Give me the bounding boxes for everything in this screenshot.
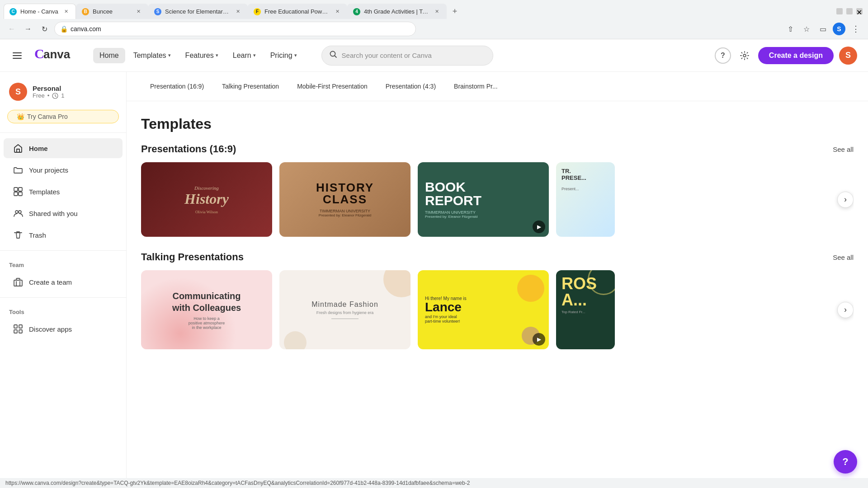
talking-presentations-title: Talking Presentations (141, 251, 244, 263)
sidebar-item-trash-label: Trash (29, 231, 46, 239)
window-controls: ✕ (836, 8, 868, 14)
presentations-16-9-see-all[interactable]: See all (833, 145, 854, 153)
sidebar-item-home[interactable]: Home (4, 138, 123, 158)
talking-presentations-section: Talking Presentations See all Communicat… (141, 251, 854, 349)
tab-close-canva[interactable]: ✕ (62, 8, 70, 16)
browser-menu-button[interactable]: ⋮ (849, 22, 863, 36)
pres-type-talking[interactable]: Talking Presentation (213, 79, 288, 94)
reader-mode-button[interactable]: ▭ (816, 23, 829, 35)
template-card-history-class[interactable]: HISTORYCLASS TIMMERMAN UNIVERSITY Presen… (279, 162, 410, 237)
templates-section: Templates Presentations (16:9) See all D… (127, 101, 868, 349)
pricing-chevron-icon: ▾ (294, 52, 297, 58)
lock-icon: 🔒 (60, 25, 68, 33)
templates-icon (13, 186, 24, 197)
tab-title-science: Science for Elementary: R... (165, 8, 230, 15)
pres-type-16-9[interactable]: Presentation (16:9) (141, 79, 213, 94)
create-design-button[interactable]: Create a design (758, 47, 834, 64)
template-card-partial[interactable]: TR.PRESE... Present... (556, 162, 615, 237)
sidebar-item-create-team[interactable]: Create a team (4, 272, 123, 292)
maximize-button[interactable] (846, 8, 853, 14)
search-bar[interactable]: Search your content or Canva (321, 46, 493, 66)
nav-features[interactable]: Features ▾ (179, 48, 225, 63)
help-button[interactable]: ? (715, 47, 731, 64)
tab-close-powerpoint[interactable]: ✕ (333, 8, 341, 16)
profile-button[interactable]: S (833, 23, 845, 35)
nav-pricing[interactable]: Pricing ▾ (264, 48, 303, 63)
reload-button[interactable]: ↻ (38, 23, 51, 35)
tab-canva[interactable]: C Home - Canva ✕ (4, 4, 76, 19)
sidebar-item-templates-label: Templates (29, 188, 60, 196)
svg-rect-8 (14, 192, 18, 196)
tab-title-canva: Home - Canva (20, 8, 58, 15)
forward-button[interactable]: → (22, 23, 34, 35)
template-card-mintmade[interactable]: Mintmade Fashion Fresh designs from hygi… (279, 270, 410, 349)
bookmark-button[interactable]: ☆ (800, 23, 813, 35)
tab-bar: C Home - Canva ✕ B Buncee ✕ S Science fo… (0, 0, 868, 19)
svg-rect-9 (19, 192, 22, 196)
tab-close-science[interactable]: ✕ (234, 8, 242, 16)
nav-learn[interactable]: Learn ▾ (226, 48, 262, 63)
share-button[interactable]: ⇧ (784, 23, 797, 35)
svg-point-11 (19, 211, 21, 213)
sidebar-item-discover-apps[interactable]: Discover apps (4, 319, 123, 339)
nav-home[interactable]: Home (93, 48, 125, 63)
new-tab-button[interactable]: + (448, 5, 461, 18)
svg-point-10 (15, 211, 18, 213)
pres-type-4-3[interactable]: Presentation (4:3) (377, 79, 445, 94)
pres-type-brainstorm[interactable]: Brainstorm Pr... (445, 79, 506, 94)
search-input[interactable]: Search your content or Canva (342, 52, 486, 59)
template-card-comm-colleagues[interactable]: Communicatingwith Colleagues How to keep… (141, 270, 272, 349)
template-card-history[interactable]: Discovering History Olivia Wilson (141, 162, 272, 237)
tab-buncee[interactable]: B Buncee ✕ (76, 4, 148, 19)
nav-templates[interactable]: Templates ▾ (127, 48, 177, 63)
tab-science[interactable]: S Science for Elementary: R... ✕ (148, 4, 248, 19)
svg-rect-7 (19, 188, 22, 191)
back-button[interactable]: ← (5, 23, 18, 35)
lance-play-icon: ▶ (533, 333, 545, 346)
nav-templates-label: Templates (133, 52, 166, 60)
tab-powerpoint[interactable]: F Free Educational PowerPo... ✕ (248, 4, 347, 19)
hamburger-menu[interactable] (11, 51, 24, 61)
sidebar-item-your-projects[interactable]: Your projects (4, 160, 123, 180)
help-bubble-button[interactable]: ? (834, 450, 857, 474)
sidebar-user-name: Personal (33, 84, 65, 92)
dots-grid-icon (13, 324, 24, 334)
close-window-button[interactable]: ✕ (856, 8, 863, 14)
people-icon (13, 208, 24, 219)
sidebar-user-section: S Personal Free • 1 (0, 79, 126, 108)
sidebar-avatar: S (9, 83, 27, 101)
svg-rect-16 (19, 330, 22, 333)
canva-logo[interactable]: C anva (34, 46, 75, 65)
pres-type-mobile[interactable]: Mobile-First Presentation (288, 79, 377, 94)
template-card-book-report[interactable]: BOOKREPORT TIMMERMAN UNIVERSITY Presente… (418, 162, 549, 237)
minimize-button[interactable] (836, 8, 843, 14)
sidebar-divider-2 (0, 250, 126, 251)
folder-icon (13, 164, 24, 175)
features-chevron-icon: ▾ (216, 52, 218, 58)
presentations-carousel-next[interactable]: › (837, 192, 854, 208)
tab-close-4th[interactable]: ✕ (433, 8, 441, 16)
main-layout: S Personal Free • 1 👑 Try Canva Pro (0, 72, 868, 488)
address-bar-row: ← → ↻ 🔒 canva.com ⇧ ☆ ▭ S ⋮ (0, 19, 868, 39)
svg-rect-6 (14, 188, 18, 191)
talking-carousel-next[interactable]: › (837, 302, 854, 318)
template-card-ros[interactable]: ROSA... Top Rated Fr... (556, 270, 615, 349)
tab-title-powerpoint: Free Educational PowerPo... (264, 8, 330, 15)
tab-close-buncee[interactable]: ✕ (134, 8, 142, 16)
try-canva-pro-button[interactable]: 👑 Try Canva Pro (7, 110, 119, 123)
status-url: https://www.canva.com/design?create&type… (5, 480, 470, 486)
address-input[interactable]: 🔒 canva.com (54, 22, 416, 36)
template-card-lance[interactable]: Hi there! My name is Lance and I'm your … (418, 270, 549, 349)
learn-chevron-icon: ▾ (253, 52, 256, 58)
sidebar-item-trash[interactable]: Trash (4, 225, 123, 245)
sidebar-item-discover-apps-label: Discover apps (29, 325, 72, 333)
sidebar-item-templates[interactable]: Templates (4, 182, 123, 202)
tab-favicon-4th: 4 (353, 8, 360, 15)
nav-pricing-label: Pricing (270, 52, 292, 60)
settings-button[interactable] (736, 47, 753, 64)
sidebar-item-shared-with-you[interactable]: Shared with you (4, 203, 123, 223)
talking-presentations-see-all[interactable]: See all (833, 253, 854, 261)
tab-4th[interactable]: 4 4th Grade Activities | Tea... ✕ (347, 4, 447, 19)
user-avatar[interactable]: S (839, 47, 857, 65)
presentations-16-9-header: Presentations (16:9) See all (141, 143, 854, 155)
